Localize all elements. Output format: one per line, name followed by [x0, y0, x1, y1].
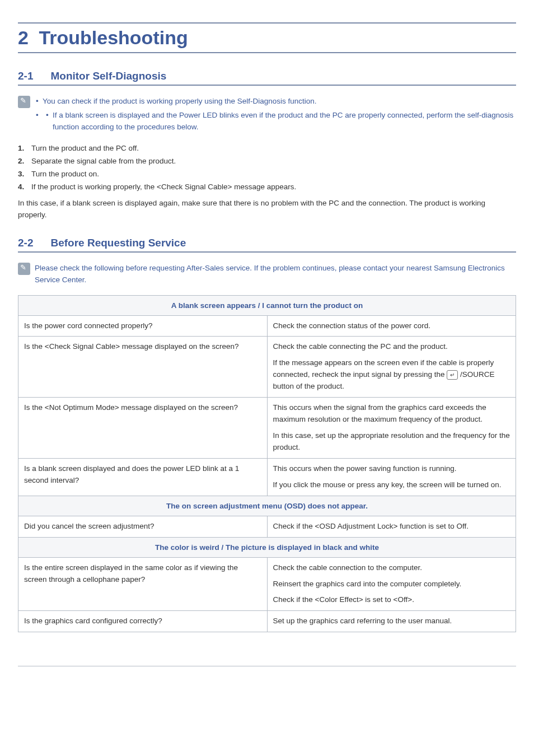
- answer-line: Check if the <OSD Adjustment Lock> funct…: [273, 521, 510, 533]
- troubleshooting-table: A blank screen appears / I cannot turn t…: [18, 295, 516, 633]
- page-content: 2 Troubleshooting 2-1 Monitor Self-Diagn…: [0, 0, 534, 711]
- chapter-number: 2: [18, 27, 29, 49]
- section-title: Before Requesting Service: [50, 237, 186, 249]
- answer-line: Check the connection status of the power…: [273, 320, 510, 332]
- question-cell: Is the power cord connected properly?: [18, 315, 268, 337]
- answer-line: This occurs when the signal from the gra…: [273, 402, 510, 426]
- answer-cell: Set up the graphics card referring to th…: [267, 611, 516, 632]
- step-item: 3.Turn the product on.: [18, 168, 516, 181]
- answer-line: Check the cable connecting the PC and th…: [273, 341, 510, 353]
- step-text: If the product is working properly, the …: [31, 183, 296, 191]
- note-bullet: You can check if the product is working …: [35, 96, 516, 108]
- answer-line: Check if the <Color Effect> is set to <O…: [273, 594, 510, 606]
- table-row: Is the power cord connected properly? Ch…: [18, 315, 516, 337]
- answer-cell: Check the cable connection to the comput…: [267, 557, 516, 611]
- answer-line: In this case, set up the appropriate res…: [273, 430, 510, 454]
- table-row: Is the graphics card configured correctl…: [18, 611, 516, 632]
- table-section-header: The color is weird / The picture is disp…: [18, 537, 516, 557]
- section-number: 2-1: [18, 70, 48, 82]
- step-text: Turn the product on.: [31, 170, 99, 178]
- question-cell: Is the graphics card configured correctl…: [18, 611, 268, 632]
- question-cell: Is the <Not Optimum Mode> message displa…: [18, 398, 268, 459]
- note-body: You can check if the product is working …: [35, 96, 516, 136]
- question-cell: Is a blank screen displayed and does the…: [18, 458, 268, 496]
- answer-line: This occurs when the power saving functi…: [273, 463, 510, 475]
- question-cell: Is the <Check Signal Cable> message disp…: [18, 337, 268, 398]
- table-row: Is the <Not Optimum Mode> message displa…: [18, 398, 516, 459]
- section-heading-2-1: 2-1 Monitor Self-Diagnosis: [18, 70, 516, 86]
- chapter-title: Troubleshooting: [39, 27, 188, 49]
- source-button-icon: [447, 370, 458, 380]
- footer-rule: [18, 666, 516, 666]
- step-text: Turn the product and the PC off.: [31, 144, 139, 152]
- table-row: Is the <Check Signal Cable> message disp…: [18, 337, 516, 398]
- pencil-note-icon: [18, 263, 30, 275]
- section-title: Monitor Self-Diagnosis: [50, 70, 166, 82]
- answer-cell: Check the cable connecting the PC and th…: [267, 337, 516, 398]
- note-body: Please check the following before reques…: [35, 263, 516, 286]
- answer-line: If the message appears on the screen eve…: [273, 357, 510, 393]
- question-cell: Is the entire screen displayed in the sa…: [18, 557, 268, 611]
- answer-line: Reinsert the graphics card into the comp…: [273, 578, 510, 590]
- answer-cell: Check if the <OSD Adjustment Lock> funct…: [267, 516, 516, 537]
- note-box: Please check the following before reques…: [18, 263, 516, 286]
- section-heading-2-2: 2-2 Before Requesting Service: [18, 237, 516, 253]
- question-cell: Did you cancel the screen adjustment?: [18, 516, 268, 537]
- step-item: 2.Separate the signal cable from the pro…: [18, 155, 516, 168]
- procedure-tail: In this case, if a blank screen is displ…: [18, 197, 516, 221]
- note-box: You can check if the product is working …: [18, 96, 516, 136]
- step-text: Separate the signal cable from the produ…: [31, 157, 176, 165]
- table-section-header: A blank screen appears / I cannot turn t…: [18, 295, 516, 315]
- answer-line: Check the cable connection to the comput…: [273, 562, 510, 574]
- answer-line: Set up the graphics card referring to th…: [273, 615, 510, 627]
- table-row: Is the entire screen displayed in the sa…: [18, 557, 516, 611]
- table-row: Is a blank screen displayed and does the…: [18, 458, 516, 496]
- answer-cell: This occurs when the power saving functi…: [267, 458, 516, 496]
- pencil-note-icon: [18, 96, 30, 108]
- section-number: 2-2: [18, 237, 48, 249]
- step-item: 1.Turn the product and the PC off.: [18, 142, 516, 155]
- table-section-header: The on screen adjustment menu (OSD) does…: [18, 496, 516, 516]
- answer-cell: This occurs when the signal from the gra…: [267, 398, 516, 459]
- procedure-steps: 1.Turn the product and the PC off. 2.Sep…: [18, 142, 516, 194]
- answer-cell: Check the connection status of the power…: [267, 315, 516, 337]
- answer-line: If you click the mouse or press any key,…: [273, 479, 510, 491]
- step-item: 4.If the product is working properly, th…: [18, 181, 516, 194]
- table-row: Did you cancel the screen adjustment? Ch…: [18, 516, 516, 537]
- chapter-heading: 2 Troubleshooting: [18, 22, 516, 53]
- note-bullet: If a blank screen is displayed and the P…: [45, 110, 516, 133]
